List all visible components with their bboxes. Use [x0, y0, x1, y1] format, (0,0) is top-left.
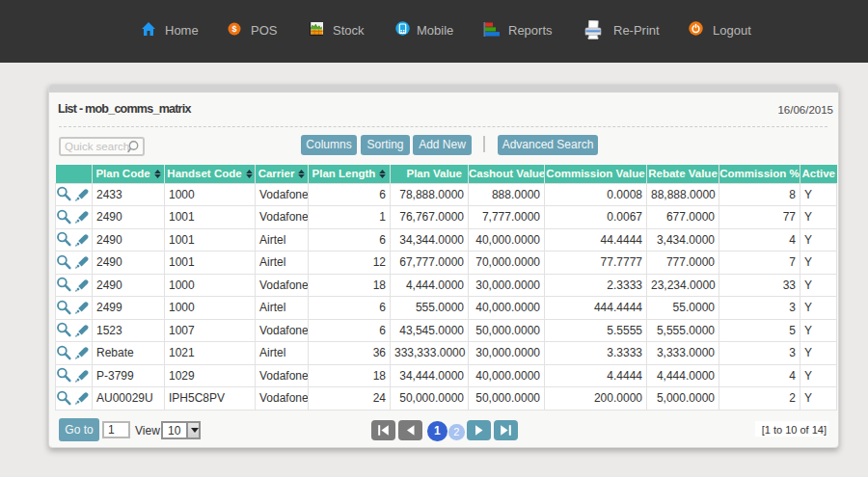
svg-text:$: $: [231, 24, 236, 34]
